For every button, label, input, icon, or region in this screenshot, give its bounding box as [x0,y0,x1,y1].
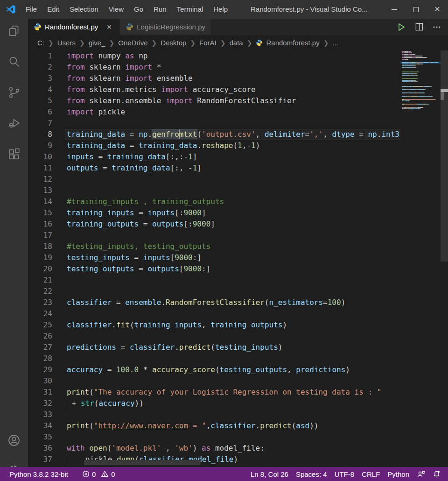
breadcrumb-segment[interactable]: data [229,39,244,47]
run-debug-icon[interactable] [0,111,28,135]
menu-help[interactable]: Help [208,0,233,19]
line-text [52,118,67,129]
feedback-button[interactable] [413,467,429,481]
vertical-scrollbar[interactable] [441,50,448,467]
line-number: 15 [28,207,52,219]
breadcrumb-segment[interactable]: ForAI [198,39,217,47]
code-line-26[interactable]: 26 [28,331,429,342]
code-line-31[interactable]: 31print("The accuracy of your Logistic R… [28,387,429,398]
window-title: Randomforest.py - Visual Studio Co... [251,0,368,19]
breadcrumb-file[interactable]: Randomforest.py [265,39,320,47]
code-line-19[interactable]: 19testing_inputs = inputs[9000:] [28,252,429,263]
code-line-5[interactable]: 5from sklearn.ensemble import RandomFore… [28,95,429,106]
code-line-36[interactable]: 36with open('model.pkl' , 'wb') as model… [28,443,429,454]
line-number: 3 [28,73,52,84]
code-line-33[interactable]: 33 [28,409,429,420]
menu-view[interactable]: View [104,0,129,19]
code-line-16[interactable]: 16training_outputs = outputs[:9000] [28,219,429,230]
code-line-22[interactable]: 22 [28,286,429,297]
code-line-7[interactable]: 7 [28,118,429,129]
code-line-11[interactable]: 11outputs = training_data[:, -1] [28,163,429,174]
code-line-12[interactable]: 12 [28,174,429,185]
python-interpreter-status[interactable]: Python 3.8.2 32-bit [6,467,72,481]
menu-go[interactable]: Go [129,0,148,19]
code-line-28[interactable]: 28 [28,353,429,364]
explorer-icon[interactable] [0,19,28,43]
code-line-18[interactable]: 18#testing_inputs, testing_outputs [28,241,429,252]
tab-randomforest-py[interactable]: Randomforest.py✕ [28,19,119,35]
code-line-8[interactable]: 8training_data = np.genfromtxt('output.c… [28,129,429,140]
maximize-button[interactable] [405,0,427,19]
code-line-34[interactable]: 34print("http://www.naver.com = ",classi… [28,420,429,431]
code-line-29[interactable]: 29accuracy = 100.0 * accuracy_score(test… [28,364,429,375]
line-text: import pickle [52,106,125,118]
split-editor-button[interactable] [413,21,426,34]
code-line-23[interactable]: 23classifier = ensemble.RandomForestClas… [28,297,429,308]
code-line-3[interactable]: 3from sklearn import ensemble [28,73,429,84]
code-line-9[interactable]: 9training_data = training_data.reshape(1… [28,140,429,151]
problems-status[interactable]: 0 0 [78,467,119,481]
vscode-logo-icon [6,4,16,14]
vertical-scrollbar-slider[interactable] [441,50,448,262]
code-line-2[interactable]: 2from sklearn import * [28,62,429,73]
minimap[interactable] [400,50,441,467]
breadcrumb-segment[interactable]: C: [36,39,45,47]
indentation-status[interactable]: Spaces: 4 [292,467,331,481]
source-control-icon[interactable] [0,80,28,105]
cursor-position-status[interactable]: Ln 8, Col 26 [247,467,292,481]
menu-run[interactable]: Run [148,0,172,19]
python-file-icon [256,39,263,46]
code-line-32[interactable]: 32 + str(accuracy)) [28,398,429,409]
language-mode-status[interactable]: Python [384,467,413,481]
encoding-status[interactable]: UTF-8 [331,467,358,481]
search-icon[interactable] [0,50,28,74]
account-icon[interactable] [0,428,28,453]
code-line-24[interactable]: 24 [28,308,429,319]
run-file-button[interactable] [395,21,408,34]
menu-terminal[interactable]: Terminal [172,0,209,19]
code-line-27[interactable]: 27predictions = classifier.predict(testi… [28,342,429,353]
code-line-21[interactable]: 21 [28,275,429,286]
menu-file[interactable]: File [21,0,42,19]
horizontal-scrollbar-slider[interactable] [84,460,201,465]
eol-status[interactable]: CRLF [358,467,384,481]
line-number: 10 [28,151,52,163]
tab-close-icon[interactable]: ✕ [105,22,114,32]
code-line-15[interactable]: 15training_inputs = inputs[:9000] [28,207,429,219]
tab-logisticregression-py[interactable]: LogisticRegression.py [119,19,211,35]
line-number: 27 [28,342,52,353]
line-number: 28 [28,353,52,364]
breadcrumb-segment[interactable]: Desktop [160,39,187,47]
line-number: 12 [28,174,52,185]
code-line-25[interactable]: 25classifier.fit(training_inputs, traini… [28,319,429,331]
minimize-button[interactable] [384,0,405,19]
editor-actions [395,19,443,35]
code-line-20[interactable]: 20testing_outputs = outputs[9000:] [28,263,429,275]
menu-edit[interactable]: Edit [42,0,64,19]
code-line-35[interactable]: 35 [28,431,429,443]
breadcrumb-segment[interactable]: give_ [88,39,106,47]
close-button[interactable]: ✕ [427,0,448,19]
breadcrumb-segment[interactable]: OneDrive [117,39,148,47]
breadcrumb-symbol-tail[interactable]: ... [331,39,339,47]
line-text: from sklearn import ensemble [52,73,193,84]
menu-selection[interactable]: Selection [64,0,104,19]
overview-ruler-cursor-marker [441,89,448,92]
code-line-17[interactable]: 17 [28,230,429,241]
code-line-14[interactable]: 14#training_inputs , training_outputs [28,196,429,207]
line-text [52,185,67,196]
code-line-30[interactable]: 30 [28,375,429,387]
code-line-6[interactable]: 6import pickle [28,106,429,118]
line-text: #training_inputs , training_outputs [52,196,224,207]
code-line-13[interactable]: 13 [28,185,429,196]
code-editor[interactable]: 1import numpy as np2from sklearn import … [28,50,448,467]
code-line-10[interactable]: 10inputs = training_data[:,:-1] [28,151,429,163]
more-actions-button[interactable] [430,21,443,34]
extensions-icon[interactable] [0,142,28,166]
error-count: 0 [92,470,96,478]
breadcrumb-segment[interactable]: Users [56,39,77,47]
code-line-4[interactable]: 4from sklearn.metrics import accuracy_sc… [28,84,429,95]
code-line-1[interactable]: 1import numpy as np [28,50,429,62]
notifications-button[interactable] [429,467,444,481]
minimize-icon [392,9,397,10]
